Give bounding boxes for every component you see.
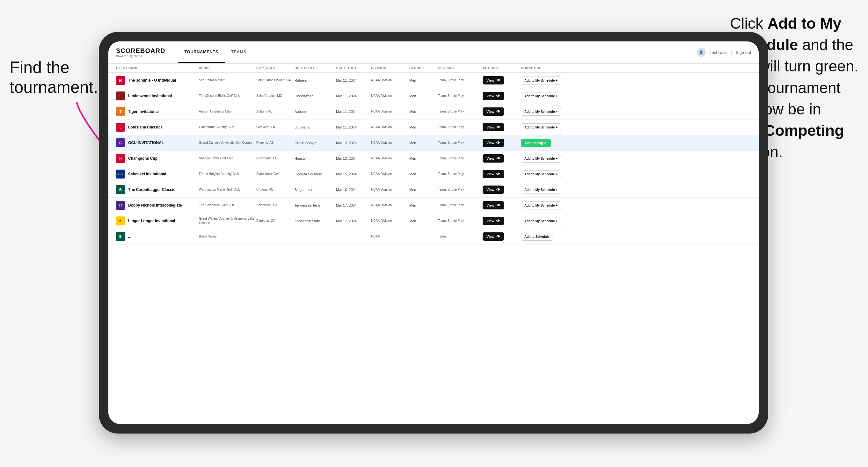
event-name-cell: B The Carpetbagger Classic — [116, 185, 199, 194]
table-row: K Linger Longer Invitational Great Water… — [108, 213, 759, 229]
venue-cell: Sea Palms Resort — [199, 78, 256, 83]
table-container: EVENT NAME VENUE CITY, STATE HOSTED BY S… — [108, 64, 759, 424]
competing-button[interactable]: Competing ✓ — [521, 139, 551, 147]
city-state-cell: Eatonton, GA — [256, 219, 294, 223]
hosted-by-cell: Houston — [294, 156, 336, 161]
tab-tournaments[interactable]: TOURNAMENTS — [178, 41, 224, 63]
table-row: B The Carpetbagger Classic Worthington M… — [108, 182, 759, 198]
view-button[interactable]: View 👁 — [483, 186, 504, 194]
event-name-cell: L Lindenwood Invitational — [116, 92, 199, 100]
event-name-text: ... — [128, 234, 131, 239]
eye-icon: 👁 — [496, 187, 500, 192]
competing-cell: Add to My Schedule + — [521, 186, 578, 194]
competing-cell: Add to My Schedule + — [521, 155, 578, 162]
add-schedule-button[interactable]: Add to My Schedule + — [521, 155, 561, 162]
event-name-text: GCU INVITATIONAL — [128, 141, 164, 145]
view-button[interactable]: View 👁 — [483, 107, 504, 116]
city-state-cell: Saint Charles, MO — [256, 94, 294, 98]
add-schedule-button[interactable]: Add to My Schedule + — [521, 201, 561, 210]
tablet-frame: SCOREBOARD Powered by clippd TOURNAMENTS… — [99, 32, 768, 434]
team-logo: B — [116, 232, 125, 241]
division-cell: NCAA Division I — [371, 203, 409, 208]
start-date-cell: Mar 11, 2024 — [336, 110, 371, 114]
add-schedule-button[interactable]: Add to Schedule — [521, 233, 553, 241]
action-cell: View 👁 — [483, 186, 521, 194]
hosted-by-cell: Kennesaw State — [294, 219, 336, 223]
start-date-cell: Mar 16, 2024 — [336, 187, 371, 192]
add-schedule-button[interactable]: Add to My Schedule + — [521, 123, 561, 131]
city-state-cell: Sevierville, TN — [256, 203, 294, 208]
team-logo: H — [116, 154, 125, 163]
view-button[interactable]: View 👁 — [483, 76, 504, 85]
view-button[interactable]: View 👁 — [483, 139, 504, 147]
event-name-cell: B ... — [116, 232, 199, 241]
team-logo: T — [116, 107, 125, 116]
division-cell: NCAA Division I — [371, 219, 409, 223]
col-actions: ACTIONS — [483, 66, 521, 70]
competing-cell: Add to My Schedule + — [521, 123, 578, 131]
table-row: T Tiger Invitational Auburn University C… — [108, 104, 759, 120]
view-button[interactable]: View 👁 — [483, 170, 504, 178]
eye-icon: 👁 — [496, 78, 500, 83]
table-row: R The Johnnie - O Individual Sea Palms R… — [108, 73, 759, 88]
hosted-by-cell: Lindenwood — [294, 94, 336, 98]
user-avatar: 👤 — [697, 48, 706, 57]
tab-teams[interactable]: TEAMS — [225, 41, 253, 63]
view-button[interactable]: View 👁 — [483, 217, 504, 225]
team-logo: TT — [116, 201, 125, 210]
hosted-by-cell: Georgia Southern — [294, 172, 336, 176]
view-button[interactable]: View 👁 — [483, 123, 504, 131]
scoring-cell: Team, Stroke Play — [438, 94, 483, 98]
gender-cell: Men — [409, 78, 438, 83]
col-competing: COMPETING — [521, 66, 578, 70]
event-name-text: Tiger Invitational — [128, 110, 159, 114]
division-cell: NCAA Division I — [371, 187, 409, 192]
division-cell: NCAA Division I — [371, 110, 409, 114]
hosted-by-cell: Rutgers — [294, 78, 336, 83]
signout-link[interactable]: Sign out — [736, 50, 751, 55]
add-schedule-button[interactable]: Add to My Schedule + — [521, 76, 561, 85]
add-schedule-button[interactable]: Add to My Schedule + — [521, 92, 561, 100]
team-logo: B — [116, 185, 125, 194]
team-logo: R — [116, 76, 125, 85]
event-name-text: Bobby Nichols Intercollegiate — [128, 203, 182, 208]
start-date-cell: Mar 12, 2024 — [336, 141, 371, 145]
add-schedule-button[interactable]: Add to My Schedule + — [521, 170, 561, 178]
scoring-cell: Team, Stroke Play — [438, 110, 483, 114]
col-gender: GENDER — [409, 66, 438, 70]
scoring-cell: Team, Stroke Play — [438, 219, 483, 223]
view-button[interactable]: View 👁 — [483, 201, 504, 210]
team-logo: K — [116, 216, 125, 225]
gender-cell: Men — [409, 203, 438, 208]
event-name-text: Champions Cup — [128, 156, 157, 161]
gender-cell: Men — [409, 94, 438, 98]
view-button[interactable]: View 👁 — [483, 92, 504, 100]
add-schedule-button[interactable]: Add to My Schedule + — [521, 186, 561, 194]
view-button[interactable]: View 👁 — [483, 154, 504, 162]
team-logo: G — [116, 138, 125, 147]
event-name-text: The Johnnie - O Individual — [128, 78, 176, 83]
start-date-cell: Mar 11, 2024 — [336, 125, 371, 129]
action-cell: View 👁 — [483, 139, 521, 147]
nav-tabs: TOURNAMENTS TEAMS — [178, 41, 252, 63]
action-cell: View 👁 — [483, 232, 521, 241]
add-schedule-button[interactable]: Add to My Schedule + — [521, 108, 561, 116]
scoring-cell: Team, Stroke Play — [438, 203, 483, 208]
competing-cell: Add to My Schedule + — [521, 217, 578, 225]
scoring-cell: Team, Stroke Play — [438, 141, 483, 145]
action-cell: View 👁 — [483, 92, 521, 100]
eye-icon: 👁 — [496, 203, 500, 208]
city-state-cell: Auburn, AL — [256, 110, 294, 114]
competing-cell: Competing ✓ — [521, 139, 578, 147]
view-button[interactable]: View 👁 — [483, 232, 504, 241]
add-schedule-button[interactable]: Add to My Schedule + — [521, 217, 561, 225]
action-cell: View 👁 — [483, 123, 521, 131]
team-logo: GS — [116, 169, 125, 179]
table-row: TT Bobby Nichols Intercollegiate The Sev… — [108, 198, 759, 213]
eye-icon: 👁 — [496, 125, 500, 129]
event-name-text: The Carpetbagger Classic — [128, 187, 175, 192]
division-cell: NCAA Division I — [371, 78, 409, 83]
logo-subtitle: Powered by clippd — [116, 55, 165, 58]
eye-icon: 👁 — [496, 172, 500, 176]
table-row: L Lindenwood Invitational The Missouri B… — [108, 88, 759, 104]
